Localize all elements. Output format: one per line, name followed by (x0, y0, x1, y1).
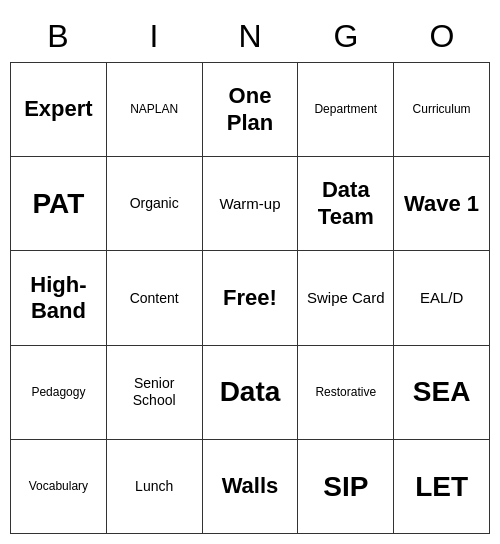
cell-0-3: Department (298, 63, 394, 157)
cell-text: Curriculum (413, 102, 471, 116)
cell-text: Warm-up (219, 195, 280, 213)
cell-1-3: Data Team (298, 157, 394, 251)
header-letter: O (394, 10, 490, 62)
cell-1-0: PAT (11, 157, 107, 251)
cell-3-1: Senior School (107, 346, 203, 440)
cell-3-3: Restorative (298, 346, 394, 440)
cell-text: One Plan (207, 83, 294, 136)
cell-text: Senior School (111, 375, 198, 409)
cell-1-2: Warm-up (203, 157, 299, 251)
cell-text: NAPLAN (130, 102, 178, 116)
cell-4-0: Vocabulary (11, 440, 107, 534)
header-letter: I (106, 10, 202, 62)
cell-0-4: Curriculum (394, 63, 490, 157)
bingo-card: BINGO ExpertNAPLANOne PlanDepartmentCurr… (10, 10, 490, 534)
cell-text: Wave 1 (404, 191, 479, 217)
cell-text: SIP (323, 470, 368, 504)
cell-text: Organic (130, 195, 179, 212)
cell-text: Content (130, 290, 179, 307)
cell-text: High-Band (15, 272, 102, 325)
cell-0-0: Expert (11, 63, 107, 157)
cell-2-0: High-Band (11, 251, 107, 345)
cell-2-3: Swipe Card (298, 251, 394, 345)
cell-text: Data Team (302, 177, 389, 230)
cell-text: Department (314, 102, 377, 116)
cell-text: Restorative (315, 385, 376, 399)
cell-2-2: Free! (203, 251, 299, 345)
cell-text: Lunch (135, 478, 173, 495)
bingo-header: BINGO (10, 10, 490, 62)
cell-text: Vocabulary (29, 479, 88, 493)
cell-text: Data (220, 375, 281, 409)
cell-3-2: Data (203, 346, 299, 440)
cell-4-1: Lunch (107, 440, 203, 534)
cell-2-1: Content (107, 251, 203, 345)
cell-0-1: NAPLAN (107, 63, 203, 157)
header-letter: B (10, 10, 106, 62)
cell-2-4: EAL/D (394, 251, 490, 345)
cell-text: Swipe Card (307, 289, 385, 307)
cell-text: Free! (223, 285, 277, 311)
cell-0-2: One Plan (203, 63, 299, 157)
cell-text: Walls (222, 473, 279, 499)
header-letter: N (202, 10, 298, 62)
cell-1-4: Wave 1 (394, 157, 490, 251)
cell-text: Expert (24, 96, 92, 122)
cell-4-2: Walls (203, 440, 299, 534)
cell-4-3: SIP (298, 440, 394, 534)
header-letter: G (298, 10, 394, 62)
cell-1-1: Organic (107, 157, 203, 251)
cell-text: EAL/D (420, 289, 463, 307)
bingo-grid: ExpertNAPLANOne PlanDepartmentCurriculum… (10, 62, 490, 534)
cell-text: PAT (32, 187, 84, 221)
cell-4-4: LET (394, 440, 490, 534)
cell-text: Pedagogy (31, 385, 85, 399)
cell-text: SEA (413, 375, 471, 409)
cell-text: LET (415, 470, 468, 504)
cell-3-0: Pedagogy (11, 346, 107, 440)
cell-3-4: SEA (394, 346, 490, 440)
